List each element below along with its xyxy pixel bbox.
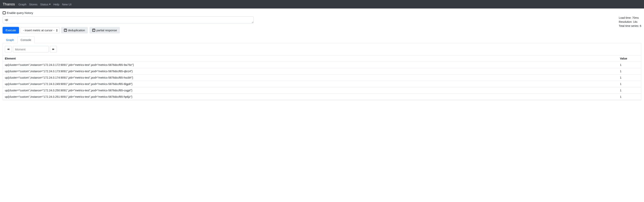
checked-box-icon — [92, 29, 95, 32]
stat-load-time: Load time: 70ms — [619, 16, 641, 20]
nav-item-stores[interactable]: Stores — [29, 3, 38, 6]
nav-item-graph[interactable]: Graph — [18, 3, 26, 6]
results-table: Element Value up{cluster="custom",instan… — [3, 55, 641, 100]
moment-input[interactable] — [13, 46, 49, 53]
result-element: up{cluster="custom",instance="172.24.0.2… — [3, 81, 618, 87]
moment-step-back-button[interactable] — [5, 46, 12, 53]
result-element: up{cluster="custom",instance="172.24.0.2… — [3, 87, 618, 94]
table-row: up{cluster="custom",instance="172.24.0.1… — [3, 62, 641, 68]
moment-step-forward-button[interactable] — [50, 46, 57, 53]
chevron-down-icon: ▾ — [49, 3, 51, 6]
deduplication-toggle[interactable]: deduplication — [61, 27, 88, 33]
stat-total-series: Total time series: 6 — [619, 24, 641, 28]
result-element: up{cluster="custom",instance="172.24.0.1… — [3, 68, 618, 74]
brand-title[interactable]: Thanos — [3, 2, 15, 6]
result-value: 1 — [618, 68, 641, 74]
result-element: up{cluster="custom",instance="172.24.0.1… — [3, 62, 618, 68]
table-row: up{cluster="custom",instance="172.24.0.2… — [3, 87, 641, 94]
table-row: up{cluster="custom",instance="172.24.0.2… — [3, 81, 641, 87]
tab-graph[interactable]: Graph — [3, 37, 17, 43]
query-stats: Load time: 70ms Resolution: 14s Total ti… — [619, 11, 641, 28]
result-value: 1 — [618, 87, 641, 94]
partial-response-toggle[interactable]: partial response — [90, 27, 120, 33]
stat-resolution: Resolution: 14s — [619, 20, 641, 24]
double-chevron-left-icon — [7, 48, 10, 50]
result-element: up{cluster="custom",instance="172.24.0.2… — [3, 94, 618, 100]
table-row: up{cluster="custom",instance="172.24.0.2… — [3, 94, 641, 100]
col-element-header: Element — [3, 55, 618, 62]
insert-metric-select[interactable]: - insert metric at cursor - ▲▼ — [20, 27, 60, 33]
top-navbar: Thanos GraphStoresStatus▾HelpNew UI — [0, 0, 644, 9]
result-value: 1 — [618, 74, 641, 81]
result-element: up{cluster="custom",instance="172.24.0.1… — [3, 74, 618, 81]
result-value: 1 — [618, 81, 641, 87]
col-value-header: Value — [618, 55, 641, 62]
enable-history-label: Enable query history — [7, 11, 33, 15]
result-value: 1 — [618, 94, 641, 100]
insert-metric-label: - insert metric at cursor - — [23, 29, 54, 32]
nav-item-help[interactable]: Help — [54, 3, 59, 6]
enable-history-checkbox[interactable] — [3, 11, 6, 14]
sort-arrows-icon: ▲▼ — [56, 29, 58, 32]
table-row: up{cluster="custom",instance="172.24.0.1… — [3, 68, 641, 74]
result-value: 1 — [618, 62, 641, 68]
execute-button[interactable]: Execute — [3, 27, 19, 33]
console-panel: Element Value up{cluster="custom",instan… — [3, 43, 641, 100]
nav-item-new-ui[interactable]: New UI — [62, 3, 72, 6]
table-row: up{cluster="custom",instance="172.24.0.1… — [3, 74, 641, 81]
tab-console[interactable]: Console — [17, 37, 34, 43]
expression-input[interactable] — [3, 16, 254, 23]
double-chevron-right-icon — [52, 48, 54, 50]
checked-box-icon — [64, 29, 67, 32]
result-tabs: Graph Console — [3, 37, 641, 43]
nav-item-status[interactable]: Status▾ — [40, 3, 51, 6]
